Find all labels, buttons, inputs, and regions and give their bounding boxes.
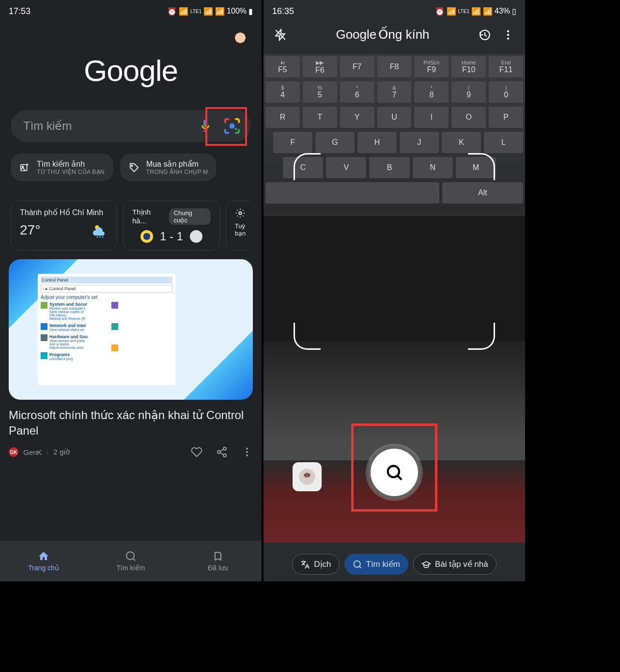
news-card[interactable]: Control Panel ↑ ▸ Control Panel Adjust y… [9, 259, 253, 458]
source-logo: GK [9, 447, 18, 457]
viewfinder-corner-bl [294, 323, 321, 350]
more-icon[interactable] [502, 29, 514, 41]
search-bar[interactable]: Tìm kiếm [11, 110, 251, 142]
suggestion-chips: Tìm kiếm ảnh TỪ THƯ VIỆN CỦA BẠN Mua sản… [11, 154, 251, 181]
nav-label: Trang chủ [28, 564, 59, 572]
status-time: 17:53 [9, 6, 31, 16]
shutter-button[interactable] [368, 446, 421, 499]
news-thumbnail: Control Panel ↑ ▸ Control Panel Adjust y… [9, 259, 253, 400]
team-1-logo [140, 230, 153, 243]
battery-percent: 100% [227, 7, 247, 16]
viewfinder-corner-br [468, 323, 495, 350]
svg-point-21 [354, 561, 360, 567]
svg-point-1 [235, 128, 237, 130]
settings-label: Tuỳ bạn [235, 222, 246, 237]
svg-point-16 [507, 37, 509, 39]
signal-icon-2: 📶 [483, 7, 493, 16]
mic-icon[interactable] [198, 118, 213, 134]
mode-label: Bài tập về nhà [435, 559, 488, 569]
svg-point-12 [246, 454, 248, 456]
nav-search[interactable]: Tìm kiếm [87, 541, 174, 581]
status-time: 16:35 [272, 6, 294, 16]
svg-point-19 [308, 474, 310, 476]
wifi-icon: 📶 [179, 7, 188, 16]
news-meta: GK GenK · 2 giờ [9, 446, 253, 458]
keyboard-fn-row: ⏯F5 ▶▶F6 F7 F8 PrtScnF9 HomeF10 EndF11 [264, 54, 525, 79]
league-label: Thịnh hà... [132, 208, 165, 225]
match-score: 1 - 1 [160, 230, 183, 243]
profile-avatar[interactable] [230, 27, 251, 48]
history-icon[interactable] [479, 29, 491, 41]
network-label: LTE1 [458, 9, 469, 14]
settings-card[interactable]: Tuỳ bạn [226, 201, 251, 250]
news-time: 2 giờ [54, 448, 70, 456]
svg-point-20 [388, 466, 399, 477]
chip-title: Mua sản phẩm [146, 159, 208, 169]
battery-icon: ▮ [248, 7, 253, 16]
weather-icon [92, 222, 108, 238]
signal-icon-2: 📶 [215, 7, 225, 16]
lens-modes: Dịch Tìm kiếm Bài tập về nhà [264, 554, 525, 575]
mode-label: Tìm kiếm [366, 559, 400, 569]
mode-search[interactable]: Tìm kiếm [344, 554, 408, 575]
news-source: GenK [23, 448, 42, 456]
svg-point-14 [507, 30, 509, 32]
chip-shopping[interactable]: Mua sản phẩm TRONG ẢNH CHỤP M [120, 154, 217, 181]
nav-label: Đã lưu [208, 564, 228, 572]
chip-sub: TRONG ẢNH CHỤP M [146, 169, 208, 175]
google-lens-screen: 16:35 ⏰ 📶 LTE1 📶 📶 43% ▯ Google Ống kính [264, 0, 525, 581]
bottom-nav: Trang chủ Tìm kiếm Đã lưu [0, 541, 262, 581]
gallery-thumbnail[interactable] [293, 462, 322, 491]
google-logo: Google [0, 53, 262, 88]
svg-point-13 [126, 552, 134, 560]
chip-sub: TỪ THƯ VIỆN CỦA BẠN [37, 169, 105, 175]
status-bar: 16:35 ⏰ 📶 LTE1 📶 📶 43% ▯ [264, 0, 525, 19]
alarm-icon: ⏰ [435, 7, 445, 16]
wifi-icon: 📶 [447, 7, 456, 16]
search-placeholder: Tìm kiếm [23, 119, 198, 133]
viewfinder-corner-tr [468, 153, 495, 180]
image-search-icon [19, 162, 30, 173]
svg-point-4 [131, 165, 133, 166]
trackpad [264, 215, 525, 341]
weather-city: Thành phố Hồ Chí Minh [20, 208, 108, 217]
chip-title: Tìm kiếm ảnh [37, 159, 105, 169]
weather-card[interactable]: Thành phố Hồ Chí Minh 27° [11, 201, 117, 250]
signal-icon: 📶 [203, 7, 213, 16]
lens-title: Google Ống kính [336, 27, 429, 42]
mode-label: Dịch [314, 559, 331, 569]
svg-point-9 [223, 454, 226, 457]
mode-translate[interactable]: Dịch [292, 554, 339, 575]
lens-icon[interactable] [223, 117, 241, 135]
lens-header: Google Ống kính [264, 19, 525, 50]
gear-icon [235, 208, 246, 219]
weather-temp: 27° [20, 222, 40, 238]
nav-saved[interactable]: Đã lưu [174, 541, 262, 581]
signal-icon: 📶 [471, 7, 481, 16]
svg-point-10 [246, 448, 248, 450]
info-cards: Thành phố Hồ Chí Minh 27° Thịnh hà... Ch… [11, 201, 251, 250]
nav-home[interactable]: Trang chủ [0, 541, 87, 581]
share-icon[interactable] [216, 446, 228, 458]
svg-point-6 [239, 212, 242, 215]
chip-image-search[interactable]: Tìm kiếm ảnh TỪ THƯ VIỆN CỦA BẠN [11, 154, 113, 181]
news-headline: Microsoft chính thức xác nhận khai tử Co… [9, 407, 253, 438]
mode-homework[interactable]: Bài tập về nhà [413, 554, 496, 575]
keyboard-row1: R T Y U I O P [264, 105, 525, 130]
alarm-icon: ⏰ [167, 7, 177, 16]
status-icons: ⏰ 📶 LTE1 📶 📶 100% ▮ [167, 7, 253, 16]
more-icon[interactable] [241, 446, 253, 458]
score-card[interactable]: Thịnh hà... Chung cuộc 1 - 1 [123, 201, 220, 250]
cp-titlebar: Control Panel [41, 277, 172, 283]
camera-viewfinder: ⏯F5 ▶▶F6 F7 F8 PrtScnF9 HomeF10 EndF11 $… [264, 54, 525, 543]
flash-off-icon[interactable] [274, 29, 287, 41]
google-app-screen: 17:53 ⏰ 📶 LTE1 📶 📶 100% ▮ Google Tìm kiế… [0, 0, 262, 581]
svg-rect-2 [21, 164, 27, 171]
svg-point-18 [305, 474, 306, 476]
status-icons: ⏰ 📶 LTE1 📶 📶 43% ▯ [435, 7, 516, 16]
nav-label: Tìm kiếm [117, 564, 145, 572]
keyboard-row4: Alt [264, 180, 525, 205]
viewfinder-corner-tl [294, 153, 321, 180]
like-icon[interactable] [191, 446, 202, 458]
svg-point-7 [223, 447, 226, 450]
